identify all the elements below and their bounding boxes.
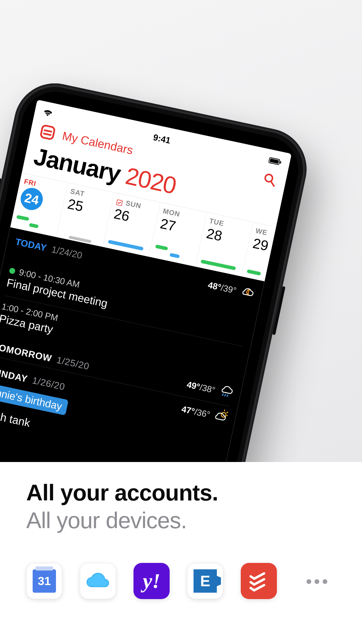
tagline-1: All your accounts. bbox=[26, 480, 336, 506]
today-bubble: 24 bbox=[19, 186, 45, 212]
service-icons: 31 y! E ••• bbox=[26, 563, 336, 599]
svg-line-11 bbox=[227, 395, 228, 396]
rain-cloud-icon bbox=[217, 383, 234, 402]
event-bar bbox=[201, 260, 236, 270]
google-calendar-icon: 31 bbox=[26, 563, 62, 599]
battery-icon bbox=[268, 156, 282, 168]
weather-temp: 49°/38° bbox=[186, 379, 216, 395]
mute-switch bbox=[0, 178, 1, 199]
calendars-menu-icon[interactable] bbox=[38, 123, 57, 142]
svg-line-15 bbox=[227, 412, 228, 413]
calendar-dot bbox=[9, 267, 16, 274]
svg-line-7 bbox=[270, 182, 275, 186]
wifi-icon bbox=[42, 107, 54, 119]
event-bar bbox=[169, 253, 180, 258]
svg-line-4 bbox=[45, 130, 51, 132]
svg-line-5 bbox=[44, 134, 51, 135]
svg-point-6 bbox=[265, 174, 273, 183]
tagline-2: All your devices. bbox=[26, 507, 336, 534]
day-num: 29 bbox=[251, 235, 273, 255]
promo-stage: 9:41 My Calendars bbox=[0, 0, 362, 462]
promo-panel: All your accounts. All your devices. 31 … bbox=[0, 462, 362, 644]
search-icon[interactable] bbox=[261, 171, 278, 188]
exchange-icon: E bbox=[187, 563, 223, 599]
event-bar bbox=[247, 269, 261, 276]
power-button bbox=[272, 286, 285, 335]
task-check-icon bbox=[116, 199, 123, 206]
svg-line-10 bbox=[225, 394, 226, 396]
partly-cloudy-night-icon bbox=[238, 284, 255, 302]
icloud-icon bbox=[80, 563, 116, 599]
more-icon: ••• bbox=[306, 572, 330, 591]
event-bar bbox=[16, 215, 29, 221]
partly-sunny-icon bbox=[212, 408, 229, 426]
svg-rect-2 bbox=[280, 161, 282, 164]
svg-line-13 bbox=[224, 410, 225, 411]
event-bar bbox=[108, 240, 144, 251]
weather-temp: 47°/36° bbox=[181, 404, 211, 420]
phone-frame: 9:41 My Calendars bbox=[0, 76, 314, 462]
event-bar bbox=[155, 244, 168, 251]
weather-temp: 48°/39° bbox=[207, 280, 237, 295]
event-bar bbox=[29, 223, 39, 228]
yahoo-icon: y! bbox=[133, 563, 170, 599]
todoist-icon bbox=[241, 563, 277, 599]
svg-line-9 bbox=[222, 394, 223, 396]
phone-screen: 9:41 My Calendars bbox=[0, 100, 292, 462]
svg-rect-3 bbox=[41, 125, 55, 140]
svg-line-14 bbox=[227, 416, 228, 416]
